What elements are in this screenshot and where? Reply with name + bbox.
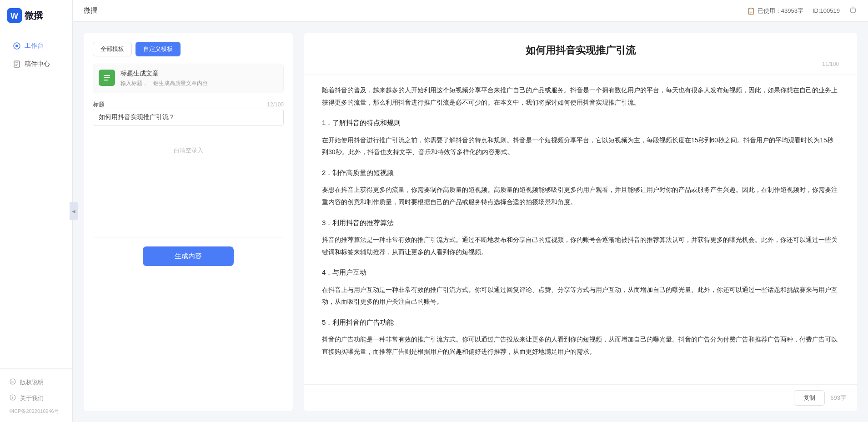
logo: W 微撰 bbox=[0, 0, 72, 31]
article-paragraph: 抖音的广告功能是一种非常有效的推广引流方式。你可以通过广告投放来让更多的人看到你… bbox=[322, 333, 839, 357]
title-input[interactable] bbox=[93, 109, 284, 126]
svg-rect-12 bbox=[104, 75, 110, 76]
article-section-heading: 2．制作高质量的短视频 bbox=[322, 166, 839, 180]
article-header: 如何用抖音实现推广引流 11/100 bbox=[304, 33, 857, 75]
usage-icon: 📋 bbox=[747, 7, 755, 15]
drafts-label: 稿件中心 bbox=[25, 60, 50, 68]
logo-icon: W bbox=[7, 8, 22, 23]
header-right: 📋 已使用：43953字 ID:100519 bbox=[747, 6, 857, 16]
sidebar-bottom: © 版权说明 i 关于我们 ©ICP备2022016946号 bbox=[0, 368, 72, 422]
svg-point-3 bbox=[15, 45, 18, 47]
left-panel: 全部模板 自定义模板 标题生成文章 输入标题，一键生成高质量文章内容 bbox=[84, 33, 293, 411]
title-char-count: 12/100 bbox=[267, 101, 284, 108]
drafts-icon bbox=[13, 60, 21, 68]
right-panel: 如何用抖音实现推广引流 11/100 随着抖音的普及，越来越多的人开始利用这个短… bbox=[304, 33, 857, 411]
title-label-row: 标题 12/100 bbox=[93, 100, 284, 109]
content-area: 全部模板 自定义模板 标题生成文章 输入标题，一键生成高质量文章内容 bbox=[73, 22, 868, 422]
title-field-group: 标题 12/100 bbox=[93, 100, 284, 126]
header: 微撰 📋 已使用：43953字 ID:100519 bbox=[73, 0, 868, 22]
content-textarea-placeholder[interactable]: 白请空录入 bbox=[93, 137, 284, 228]
template-card[interactable]: 标题生成文章 输入标题，一键生成高质量文章内容 bbox=[93, 64, 284, 93]
main-area: 微撰 📋 已使用：43953字 ID:100519 全部模板 自定义模板 bbox=[73, 0, 868, 422]
sidebar-nav: 工作台 稿件中心 bbox=[0, 31, 72, 368]
header-title: 微撰 bbox=[84, 6, 97, 15]
svg-rect-13 bbox=[104, 77, 110, 78]
copy-button[interactable]: 复制 bbox=[794, 390, 825, 406]
collapse-sidebar-handle[interactable]: ◀ bbox=[70, 202, 78, 220]
template-card-icon bbox=[99, 70, 115, 86]
article-title: 如何用抖音实现推广引流 bbox=[526, 44, 636, 57]
article-paragraph: 在开始使用抖音进行推广引流之前，你需要了解抖音的特点和规则。抖音是一个短视频分享… bbox=[322, 134, 839, 158]
article-footer: 复制 693字 bbox=[304, 384, 857, 411]
article-body: 随着抖音的普及，越来越多的人开始利用这个短视频分享平台来推广自己的产品或服务。抖… bbox=[304, 75, 857, 392]
content-placeholder-text: 白请空录入 bbox=[174, 146, 203, 155]
copyright-icon: © bbox=[9, 378, 16, 387]
power-icon[interactable] bbox=[849, 6, 857, 16]
template-name: 标题生成文章 bbox=[120, 70, 278, 78]
template-tabs: 全部模板 自定义模板 bbox=[93, 42, 284, 56]
logo-text: 微撰 bbox=[25, 10, 43, 22]
title-label: 标题 bbox=[93, 100, 105, 109]
article-section-heading: 3．利用抖音的推荐算法 bbox=[322, 216, 839, 230]
article-section-heading: 5．利用抖音的广告功能 bbox=[322, 316, 839, 329]
svg-text:©: © bbox=[11, 380, 14, 384]
about-label: 关于我们 bbox=[20, 394, 44, 402]
word-count: 693字 bbox=[830, 394, 846, 402]
article-section-heading: 1．了解抖音的特点和规则 bbox=[322, 116, 839, 130]
sidebar: W 微撰 工作台 稿件中心 bbox=[0, 0, 73, 422]
icp-text: ©ICP备2022016946号 bbox=[0, 406, 72, 418]
svg-text:W: W bbox=[10, 11, 18, 20]
tab-all-templates[interactable]: 全部模板 bbox=[93, 42, 132, 56]
divider bbox=[93, 237, 284, 237]
article-page-info: 11/100 bbox=[822, 61, 839, 67]
generate-button[interactable]: 生成内容 bbox=[143, 246, 234, 266]
sidebar-item-about[interactable]: i 关于我们 bbox=[0, 390, 72, 406]
sidebar-item-workbench[interactable]: 工作台 bbox=[4, 37, 69, 55]
usage-info: 📋 已使用：43953字 bbox=[747, 7, 803, 15]
tab-custom-templates[interactable]: 自定义模板 bbox=[135, 42, 181, 56]
sidebar-item-drafts[interactable]: 稿件中心 bbox=[4, 55, 69, 73]
user-id: ID:100519 bbox=[813, 7, 840, 14]
svg-rect-14 bbox=[104, 80, 108, 80]
template-desc: 输入标题，一键生成高质量文章内容 bbox=[120, 80, 278, 87]
article-section-heading: 4．与用户互动 bbox=[322, 266, 839, 279]
copyright-label: 版权说明 bbox=[20, 378, 44, 387]
about-icon: i bbox=[9, 394, 16, 402]
template-info: 标题生成文章 输入标题，一键生成高质量文章内容 bbox=[120, 70, 278, 87]
article-paragraph: 要想在抖音上获得更多的流量，你需要制作高质量的短视频。高质量的短视频能够吸引更多… bbox=[322, 184, 839, 208]
workbench-label: 工作台 bbox=[25, 42, 44, 50]
sidebar-item-copyright[interactable]: © 版权说明 bbox=[0, 374, 72, 390]
workbench-icon bbox=[13, 42, 21, 50]
article-paragraph: 抖音的推荐算法是一种非常有效的推广引流方式。通过不断地发布和分享自己的短视频，你… bbox=[322, 234, 839, 258]
article-paragraph: 在抖音上与用户互动是一种非常有效的推广引流方式。你可以通过回复评论、点赞、分享等… bbox=[322, 284, 839, 308]
svg-text:i: i bbox=[12, 396, 13, 400]
usage-label: 已使用：43953字 bbox=[758, 7, 803, 15]
article-paragraph: 随着抖音的普及，越来越多的人开始利用这个短视频分享平台来推广自己的产品或服务。抖… bbox=[322, 84, 839, 108]
